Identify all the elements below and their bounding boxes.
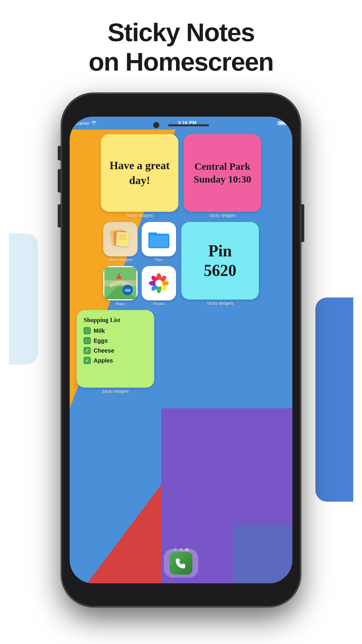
checkbox-eggs [84,337,91,344]
checkbox-milk [84,327,91,334]
green-widget-label: Sticky Widgets [102,389,129,394]
pink-widget-label: Sticky Widgets [209,213,236,218]
files-app-icon[interactable] [142,222,176,256]
green-widget-col: Shopping List Milk Eggs [77,310,154,394]
files-app-wrapper: Files [142,222,176,262]
app-icons-col: Sticky Widgets [103,222,176,306]
shopping-item-apples: ✓ Apples [84,357,147,364]
phone-screen: Carrier 3:16 PM [70,117,292,583]
widget-row-1: Have a great day! Sticky Widgets Central… [77,134,285,218]
phone-bezel: Carrier 3:16 PM [61,93,301,607]
files-app-label: Files [142,258,176,262]
sticky-widgets-app-wrapper: Sticky Widgets [103,222,138,262]
pink-note-text: Central Park Sunday 10:30 [189,160,255,186]
cyan-widget-col: Pin5620 Sticky Widgets [181,222,259,306]
maps-app-label: Maps [103,302,138,306]
volume-down-button [58,204,61,228]
mute-button [58,146,61,160]
shopping-list-title: Shopping List [84,316,147,324]
svg-rect-2 [150,235,168,247]
battery-indicator [278,121,286,125]
pink-note-widget[interactable]: Central Park Sunday 10:30 [184,134,261,212]
photos-app-label: Photos [142,302,176,306]
yellow-widget-label: Sticky Widgets [126,213,153,218]
maps-app-wrapper: 280 Maps [103,266,138,306]
phone-wrapper: Carrier 3:16 PM [61,93,301,607]
photos-app-wrapper: Photos [142,266,176,306]
power-button [301,204,304,242]
yellow-note-text: Have a great day! [107,158,173,188]
checkbox-cheese-checked: ✓ [84,347,91,354]
yellow-note-widget[interactable]: Have a great day! [101,134,178,212]
shopping-item-eggs: Eggs [84,337,147,344]
front-camera [153,122,159,128]
dock-phone-icon[interactable] [170,552,192,575]
volume-up-button [58,169,61,192]
carrier-label: Carrier [76,121,89,126]
svg-text:280: 280 [125,288,131,293]
checkbox-apples-checked: ✓ [84,357,91,364]
files-folder-icon [148,230,169,248]
speaker [168,124,209,126]
wifi-icon [91,121,96,125]
pink-widget-col: Central Park Sunday 10:30 Sticky Widgets [184,134,261,218]
widget-row-2: Sticky Widgets [77,222,285,306]
phone-icon [175,557,187,570]
maps-icon-svg: 280 [104,267,136,299]
sticky-widgets-app-label: Sticky Widgets [103,258,138,262]
photos-icon-svg [147,272,171,295]
dock [75,549,287,578]
page-title: Sticky Notes on Homescreen [0,0,362,76]
cyan-widget-label: Sticky Widgets [207,301,233,306]
app-row-2: 280 Maps [103,266,176,306]
carrier-info: Carrier [76,121,96,126]
photos-app-icon[interactable] [142,266,176,300]
shopping-item-milk: Milk [84,327,147,334]
sticky-widgets-app-icon[interactable] [103,222,138,256]
shopping-item-cheese: ✓ Cheese [84,347,147,354]
svg-point-17 [155,280,162,287]
home-screen: Have a great day! Sticky Widgets Central… [70,130,292,394]
yellow-widget-col: Have a great day! Sticky Widgets [101,134,178,218]
dock-inner [164,549,198,578]
maps-app-icon[interactable]: 280 [103,266,138,300]
cyan-note-text: Pin5620 [204,241,236,280]
camera-area [153,122,209,128]
deco-white-left [9,233,38,365]
app-row-1: Sticky Widgets [103,222,176,262]
widget-row-3: Shopping List Milk Eggs [77,310,285,394]
cyan-note-widget[interactable]: Pin5620 [181,222,259,300]
deco-blue-right [315,298,353,502]
shopping-list-widget[interactable]: Shopping List Milk Eggs [77,310,154,388]
